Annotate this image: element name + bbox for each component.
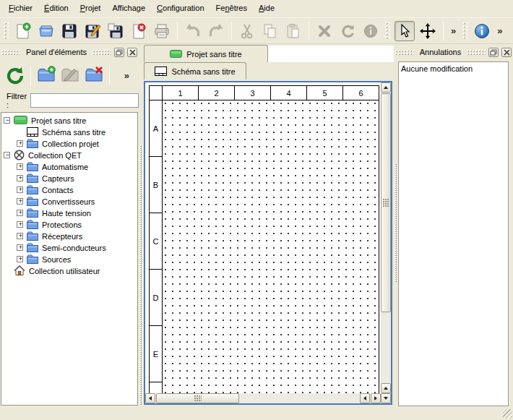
left-dock-splitter[interactable]: [139, 145, 143, 405]
new-category-button[interactable]: [36, 65, 56, 85]
scroll-down-button[interactable]: [381, 393, 391, 403]
open-document-button[interactable]: [36, 21, 56, 41]
tree-item-contacts[interactable]: Contacts: [1, 184, 137, 195]
menu-configuration[interactable]: Configuration: [151, 0, 210, 17]
undo-panel-dock: Annulations Aucune modification: [394, 43, 513, 420]
dock-close-button[interactable]: [127, 48, 137, 57]
edit-category-button[interactable]: [60, 65, 80, 85]
rotate-button[interactable]: [337, 21, 358, 41]
menu-fichier[interactable]: Fichier: [3, 0, 38, 17]
project-tab[interactable]: Projet sans titre: [144, 45, 268, 62]
tree-item-collection-projet[interactable]: Collection projet: [1, 137, 137, 149]
new-document-button[interactable]: [13, 21, 33, 41]
menu-projet[interactable]: Projet: [74, 0, 107, 17]
dock-drag-texture: [92, 50, 111, 55]
menu-fenetres[interactable]: Fenêtres: [210, 0, 253, 17]
undo-list-item[interactable]: Aucune modification: [399, 62, 508, 73]
schema-scene[interactable]: 1 2 3 4 5 6 A B C D E: [145, 82, 381, 393]
grid-column-header: 2: [198, 85, 235, 100]
undo-history-list[interactable]: Aucune modification: [398, 61, 509, 406]
grid-row-header: C: [149, 213, 163, 270]
tree-item-schema-sans-titre[interactable]: Schéma sans titre: [1, 126, 137, 137]
float-icon: [490, 49, 497, 56]
tree-item-automatisme[interactable]: Automatisme: [1, 160, 137, 172]
expand-expander-icon[interactable]: [17, 163, 23, 170]
collapse-expander-icon[interactable]: [4, 117, 10, 124]
project-icon: [14, 116, 27, 124]
menu-aide[interactable]: Aide: [253, 0, 280, 17]
window-resize-grip[interactable]: [503, 409, 512, 419]
filter-input[interactable]: [30, 93, 139, 108]
save-button[interactable]: [59, 21, 79, 41]
save-all-button[interactable]: [105, 21, 126, 41]
toolbar-drag-handle[interactable]: [462, 22, 467, 40]
cut-icon: [238, 22, 256, 40]
toolbar-drag-handle[interactable]: [385, 22, 390, 40]
tree-item-label: Récepteurs: [42, 231, 82, 241]
vertical-scroll-thumb[interactable]: [381, 93, 391, 312]
print-button[interactable]: [152, 21, 172, 41]
expand-expander-icon[interactable]: [17, 198, 23, 205]
tree-item-haute-tension[interactable]: Haute tension: [1, 207, 137, 218]
save-as-button[interactable]: [82, 21, 103, 41]
undo-button[interactable]: [183, 21, 203, 41]
expand-expander-icon[interactable]: [17, 244, 23, 251]
collapse-expander-icon[interactable]: [4, 152, 10, 158]
grid-row-header: E: [149, 325, 163, 382]
tree-item-convertisseurs[interactable]: Convertisseurs: [1, 195, 137, 207]
filter-row: Filtrer :: [3, 93, 136, 108]
tree-item-capteurs[interactable]: Capteurs: [1, 172, 137, 184]
schema-tab-label: Schéma sans titre: [171, 67, 235, 76]
reload-collections-button[interactable]: [5, 65, 25, 85]
pan-mode-button[interactable]: [418, 21, 438, 41]
dock-float-button[interactable]: [488, 48, 499, 57]
undo-panel-header[interactable]: Annulations: [395, 45, 512, 59]
toolbar-overflow-button[interactable]: »: [449, 25, 458, 36]
cut-button[interactable]: [237, 21, 257, 41]
schema-tab[interactable]: Schéma sans titre: [144, 62, 246, 80]
vertical-scrollbar[interactable]: [381, 82, 391, 403]
tree-item-semi-conducteurs[interactable]: Semi-conducteurs: [1, 241, 137, 253]
selection-mode-button[interactable]: [395, 21, 415, 41]
tree-item-label: Protections: [42, 220, 82, 229]
tree-item-label: Sources: [42, 254, 71, 264]
close-document-button[interactable]: [129, 21, 149, 41]
panel-toolbar-overflow-button[interactable]: »: [122, 70, 132, 81]
properties-button[interactable]: [361, 21, 381, 41]
about-qet-button[interactable]: [472, 21, 492, 41]
scroll-up-button[interactable]: [381, 82, 391, 93]
toolbar-overflow-button[interactable]: »: [495, 25, 504, 36]
expand-expander-icon[interactable]: [17, 140, 23, 147]
dock-float-button[interactable]: [114, 48, 124, 57]
expand-expander-icon[interactable]: [17, 175, 23, 181]
tree-item-collection-utilisateur[interactable]: Collection utilisateur: [1, 265, 137, 276]
tree-item-protections[interactable]: Protections: [1, 218, 137, 230]
tree-item-sources[interactable]: Sources: [1, 253, 137, 265]
open-folder-icon: [38, 22, 55, 40]
elements-panel-header[interactable]: Panel d'éléments: [1, 45, 137, 59]
scroll-right-button[interactable]: [371, 393, 381, 403]
scroll-left-button-2[interactable]: [360, 393, 370, 403]
delete-button[interactable]: [314, 21, 335, 41]
horizontal-scroll-thumb[interactable]: [156, 393, 239, 403]
paste-button[interactable]: [283, 21, 303, 41]
scroll-up-button-2[interactable]: [381, 383, 391, 393]
copy-button[interactable]: [260, 21, 280, 41]
expand-expander-icon[interactable]: [17, 210, 23, 216]
tree-item-recepteurs[interactable]: Récepteurs: [1, 230, 137, 241]
dock-close-button[interactable]: [501, 48, 512, 57]
menu-affichage[interactable]: Affichage: [106, 0, 151, 17]
redo-button[interactable]: [206, 21, 226, 41]
tree-item-projet-sans-titre[interactable]: Projet sans titre: [1, 114, 137, 126]
tree-item-collection-qet[interactable]: Collection QET: [1, 149, 137, 160]
delete-category-button[interactable]: [84, 65, 104, 85]
horizontal-scrollbar[interactable]: [145, 393, 381, 403]
toolbar-drag-handle[interactable]: [4, 22, 9, 40]
expand-expander-icon[interactable]: [17, 187, 23, 193]
expand-expander-icon[interactable]: [17, 221, 23, 228]
menu-edition[interactable]: Édition: [38, 0, 74, 17]
refresh-icon: [6, 66, 25, 85]
expand-expander-icon[interactable]: [17, 233, 23, 239]
expand-expander-icon[interactable]: [17, 256, 23, 262]
scroll-left-button[interactable]: [145, 393, 155, 403]
